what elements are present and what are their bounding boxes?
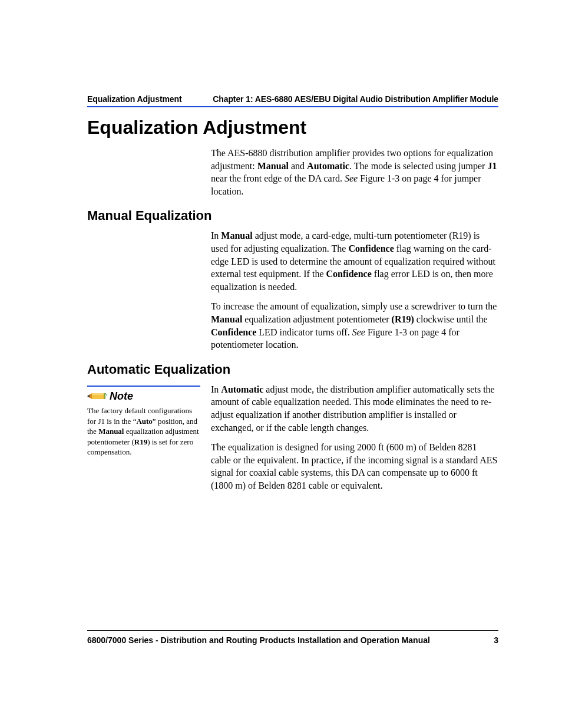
content-area: Equalization Adjustment The AES-6880 dis… <box>87 117 498 499</box>
manual-block: In Manual adjust mode, a card-edge, mult… <box>211 229 498 351</box>
automatic-heading: Automatic Equalization <box>87 362 498 377</box>
italic-text: See <box>345 173 358 183</box>
text: In <box>211 384 221 394</box>
text: LED indicator turns off. <box>256 327 352 337</box>
automatic-block: Note The factory default configurations … <box>87 383 498 499</box>
svg-point-6 <box>106 394 107 396</box>
manual-paragraph-1: In Manual adjust mode, a card-edge, mult… <box>211 229 498 293</box>
page-title: Equalization Adjustment <box>87 117 498 139</box>
intro-block: The AES-6880 distribution amplifier prov… <box>211 147 498 197</box>
text: near the front edge of the DA card. <box>211 173 345 183</box>
text: . The mode is selected using jumper <box>349 161 487 171</box>
bold-text: Manual <box>257 161 289 171</box>
bold-text: Confidence <box>211 327 256 337</box>
page: Equalization Adjustment Chapter 1: AES-6… <box>0 0 562 728</box>
footer-left: 6800/7000 Series - Distribution and Rout… <box>87 635 430 645</box>
note-label: Note <box>87 389 200 403</box>
italic-text: See <box>352 327 365 337</box>
bold-text: J1 <box>487 161 497 171</box>
footer: 6800/7000 Series - Distribution and Rout… <box>87 630 498 645</box>
text: clockwise until the <box>414 314 488 324</box>
manual-paragraph-2: To increase the amount of equalization, … <box>211 300 498 351</box>
bold-text: Automatic <box>307 161 349 171</box>
bold-text: Manual <box>211 314 242 324</box>
note-rule <box>87 386 200 387</box>
bold-text: Automatic <box>221 384 263 394</box>
footer-page-number: 3 <box>494 635 498 645</box>
svg-rect-3 <box>92 393 104 395</box>
bold-text: Manual <box>221 230 252 241</box>
text: In <box>211 230 221 241</box>
text: To increase the amount of equalization, … <box>211 301 497 311</box>
automatic-paragraph-2: The equalization is designed for using 2… <box>211 441 498 492</box>
intro-paragraph: The AES-6880 distribution amplifier prov… <box>211 147 498 197</box>
header-right: Chapter 1: AES-6880 AES/EBU Digital Audi… <box>213 94 498 104</box>
automatic-paragraph-1: In Automatic adjust mode, the distributi… <box>211 383 498 434</box>
bold-text: Confidence <box>348 243 394 253</box>
text: and <box>289 161 307 171</box>
note-text: The factory default configurations for J… <box>87 406 200 457</box>
pencil-icon <box>87 392 107 400</box>
note-word: Note <box>110 389 133 403</box>
bold-text: (R19) <box>392 314 414 324</box>
bold-text: Auto <box>136 417 152 426</box>
manual-heading: Manual Equalization <box>87 208 498 223</box>
automatic-main: In Automatic adjust mode, the distributi… <box>211 383 498 499</box>
text: equalization adjustment potentiometer <box>242 314 391 324</box>
running-header: Equalization Adjustment Chapter 1: AES-6… <box>87 94 498 107</box>
header-left: Equalization Adjustment <box>87 94 182 104</box>
bold-text: Confidence <box>326 269 371 279</box>
svg-marker-1 <box>87 394 90 397</box>
svg-point-5 <box>105 393 106 394</box>
side-note: Note The factory default configurations … <box>87 383 200 499</box>
bold-text: R19 <box>134 437 147 446</box>
bold-text: Manual <box>98 427 124 436</box>
